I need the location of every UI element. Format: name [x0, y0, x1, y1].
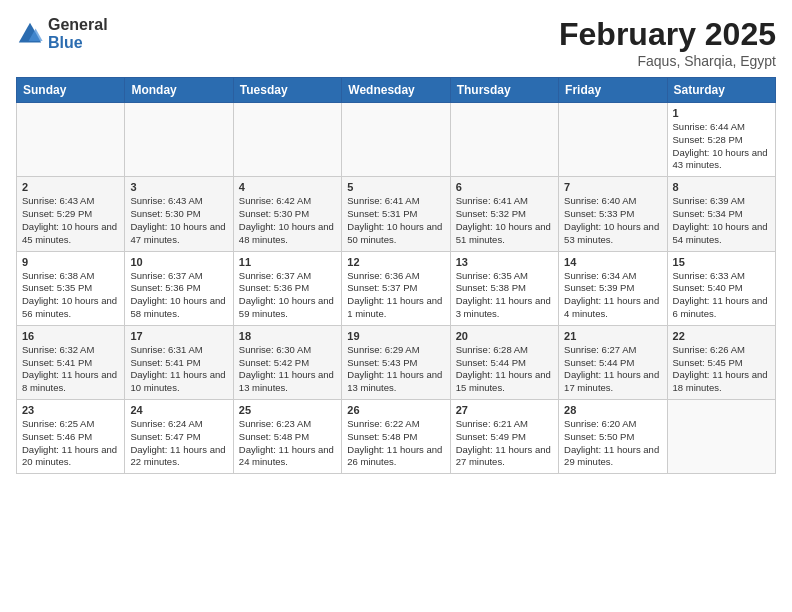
table-row: 28Sunrise: 6:20 AM Sunset: 5:50 PM Dayli…: [559, 400, 667, 474]
table-row: 10Sunrise: 6:37 AM Sunset: 5:36 PM Dayli…: [125, 251, 233, 325]
day-info: Sunrise: 6:37 AM Sunset: 5:36 PM Dayligh…: [130, 270, 227, 321]
logo-blue: Blue: [48, 34, 108, 52]
weekday-header: Friday: [559, 78, 667, 103]
table-row: 6Sunrise: 6:41 AM Sunset: 5:32 PM Daylig…: [450, 177, 558, 251]
table-row: 17Sunrise: 6:31 AM Sunset: 5:41 PM Dayli…: [125, 325, 233, 399]
day-number: 26: [347, 404, 444, 416]
table-row: 20Sunrise: 6:28 AM Sunset: 5:44 PM Dayli…: [450, 325, 558, 399]
calendar-week-row: 16Sunrise: 6:32 AM Sunset: 5:41 PM Dayli…: [17, 325, 776, 399]
day-info: Sunrise: 6:44 AM Sunset: 5:28 PM Dayligh…: [673, 121, 770, 172]
day-number: 8: [673, 181, 770, 193]
table-row: [17, 103, 125, 177]
day-number: 27: [456, 404, 553, 416]
day-number: 24: [130, 404, 227, 416]
table-row: 15Sunrise: 6:33 AM Sunset: 5:40 PM Dayli…: [667, 251, 775, 325]
logo-general: General: [48, 16, 108, 34]
day-info: Sunrise: 6:43 AM Sunset: 5:29 PM Dayligh…: [22, 195, 119, 246]
title-block: February 2025 Faqus, Sharqia, Egypt: [559, 16, 776, 69]
day-number: 22: [673, 330, 770, 342]
day-info: Sunrise: 6:43 AM Sunset: 5:30 PM Dayligh…: [130, 195, 227, 246]
table-row: [125, 103, 233, 177]
day-info: Sunrise: 6:28 AM Sunset: 5:44 PM Dayligh…: [456, 344, 553, 395]
day-number: 6: [456, 181, 553, 193]
day-number: 10: [130, 256, 227, 268]
day-number: 23: [22, 404, 119, 416]
calendar-week-row: 23Sunrise: 6:25 AM Sunset: 5:46 PM Dayli…: [17, 400, 776, 474]
day-info: Sunrise: 6:33 AM Sunset: 5:40 PM Dayligh…: [673, 270, 770, 321]
table-row: [667, 400, 775, 474]
table-row: 26Sunrise: 6:22 AM Sunset: 5:48 PM Dayli…: [342, 400, 450, 474]
day-info: Sunrise: 6:41 AM Sunset: 5:32 PM Dayligh…: [456, 195, 553, 246]
table-row: [559, 103, 667, 177]
table-row: 16Sunrise: 6:32 AM Sunset: 5:41 PM Dayli…: [17, 325, 125, 399]
table-row: 21Sunrise: 6:27 AM Sunset: 5:44 PM Dayli…: [559, 325, 667, 399]
calendar-week-row: 1Sunrise: 6:44 AM Sunset: 5:28 PM Daylig…: [17, 103, 776, 177]
day-info: Sunrise: 6:27 AM Sunset: 5:44 PM Dayligh…: [564, 344, 661, 395]
day-info: Sunrise: 6:26 AM Sunset: 5:45 PM Dayligh…: [673, 344, 770, 395]
day-number: 25: [239, 404, 336, 416]
weekday-header: Tuesday: [233, 78, 341, 103]
weekday-header: Sunday: [17, 78, 125, 103]
day-number: 17: [130, 330, 227, 342]
day-info: Sunrise: 6:23 AM Sunset: 5:48 PM Dayligh…: [239, 418, 336, 469]
table-row: 5Sunrise: 6:41 AM Sunset: 5:31 PM Daylig…: [342, 177, 450, 251]
day-info: Sunrise: 6:31 AM Sunset: 5:41 PM Dayligh…: [130, 344, 227, 395]
table-row: 25Sunrise: 6:23 AM Sunset: 5:48 PM Dayli…: [233, 400, 341, 474]
day-info: Sunrise: 6:42 AM Sunset: 5:30 PM Dayligh…: [239, 195, 336, 246]
day-number: 15: [673, 256, 770, 268]
table-row: 24Sunrise: 6:24 AM Sunset: 5:47 PM Dayli…: [125, 400, 233, 474]
table-row: 3Sunrise: 6:43 AM Sunset: 5:30 PM Daylig…: [125, 177, 233, 251]
weekday-header: Saturday: [667, 78, 775, 103]
day-info: Sunrise: 6:40 AM Sunset: 5:33 PM Dayligh…: [564, 195, 661, 246]
day-number: 2: [22, 181, 119, 193]
day-number: 9: [22, 256, 119, 268]
day-number: 11: [239, 256, 336, 268]
day-info: Sunrise: 6:41 AM Sunset: 5:31 PM Dayligh…: [347, 195, 444, 246]
table-row: 27Sunrise: 6:21 AM Sunset: 5:49 PM Dayli…: [450, 400, 558, 474]
table-row: [450, 103, 558, 177]
day-number: 20: [456, 330, 553, 342]
weekday-header: Thursday: [450, 78, 558, 103]
day-info: Sunrise: 6:29 AM Sunset: 5:43 PM Dayligh…: [347, 344, 444, 395]
table-row: 11Sunrise: 6:37 AM Sunset: 5:36 PM Dayli…: [233, 251, 341, 325]
table-row: 12Sunrise: 6:36 AM Sunset: 5:37 PM Dayli…: [342, 251, 450, 325]
table-row: 23Sunrise: 6:25 AM Sunset: 5:46 PM Dayli…: [17, 400, 125, 474]
table-row: 9Sunrise: 6:38 AM Sunset: 5:35 PM Daylig…: [17, 251, 125, 325]
table-row: [233, 103, 341, 177]
day-info: Sunrise: 6:25 AM Sunset: 5:46 PM Dayligh…: [22, 418, 119, 469]
day-info: Sunrise: 6:21 AM Sunset: 5:49 PM Dayligh…: [456, 418, 553, 469]
weekday-header: Monday: [125, 78, 233, 103]
day-info: Sunrise: 6:30 AM Sunset: 5:42 PM Dayligh…: [239, 344, 336, 395]
day-number: 12: [347, 256, 444, 268]
day-number: 16: [22, 330, 119, 342]
day-info: Sunrise: 6:24 AM Sunset: 5:47 PM Dayligh…: [130, 418, 227, 469]
calendar-header-row: SundayMondayTuesdayWednesdayThursdayFrid…: [17, 78, 776, 103]
weekday-header: Wednesday: [342, 78, 450, 103]
day-info: Sunrise: 6:35 AM Sunset: 5:38 PM Dayligh…: [456, 270, 553, 321]
day-number: 13: [456, 256, 553, 268]
day-number: 3: [130, 181, 227, 193]
day-info: Sunrise: 6:37 AM Sunset: 5:36 PM Dayligh…: [239, 270, 336, 321]
table-row: 8Sunrise: 6:39 AM Sunset: 5:34 PM Daylig…: [667, 177, 775, 251]
day-info: Sunrise: 6:38 AM Sunset: 5:35 PM Dayligh…: [22, 270, 119, 321]
day-number: 1: [673, 107, 770, 119]
day-info: Sunrise: 6:34 AM Sunset: 5:39 PM Dayligh…: [564, 270, 661, 321]
table-row: [342, 103, 450, 177]
table-row: 13Sunrise: 6:35 AM Sunset: 5:38 PM Dayli…: [450, 251, 558, 325]
logo-icon: [16, 20, 44, 48]
day-number: 19: [347, 330, 444, 342]
table-row: 22Sunrise: 6:26 AM Sunset: 5:45 PM Dayli…: [667, 325, 775, 399]
table-row: 2Sunrise: 6:43 AM Sunset: 5:29 PM Daylig…: [17, 177, 125, 251]
logo: General Blue: [16, 16, 108, 51]
day-number: 5: [347, 181, 444, 193]
day-number: 21: [564, 330, 661, 342]
day-number: 28: [564, 404, 661, 416]
day-number: 4: [239, 181, 336, 193]
month-title: February 2025: [559, 16, 776, 53]
calendar-week-row: 2Sunrise: 6:43 AM Sunset: 5:29 PM Daylig…: [17, 177, 776, 251]
calendar-table: SundayMondayTuesdayWednesdayThursdayFrid…: [16, 77, 776, 474]
day-info: Sunrise: 6:22 AM Sunset: 5:48 PM Dayligh…: [347, 418, 444, 469]
table-row: 4Sunrise: 6:42 AM Sunset: 5:30 PM Daylig…: [233, 177, 341, 251]
table-row: 1Sunrise: 6:44 AM Sunset: 5:28 PM Daylig…: [667, 103, 775, 177]
table-row: 19Sunrise: 6:29 AM Sunset: 5:43 PM Dayli…: [342, 325, 450, 399]
